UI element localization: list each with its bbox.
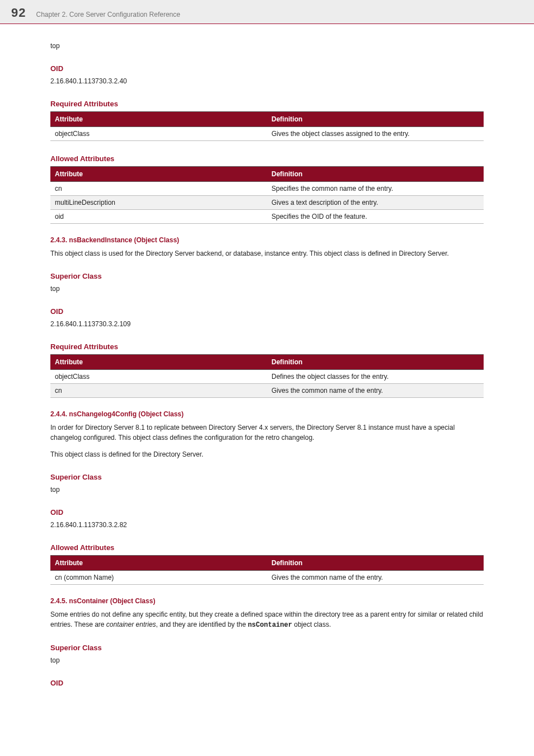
oid-value: 2.16.840.1.113730.3.2.82 [50, 520, 484, 530]
required-attributes-heading: Required Attributes [50, 100, 484, 108]
allowed-attributes-table: Attribute Definition cn Specifies the co… [50, 166, 484, 224]
def-cell: Specifies the common name of the entry. [267, 182, 484, 196]
oid-value: 2.16.840.1.113730.3.2.40 [50, 76, 484, 86]
def-cell: Defines the object classes for the entry… [267, 370, 484, 384]
col-attribute: Attribute [50, 167, 267, 182]
desc-post: object class. [292, 621, 331, 628]
attr-cell: cn (common Name) [50, 571, 267, 585]
col-definition: Definition [267, 556, 484, 571]
attr-cell: cn [50, 384, 267, 398]
oid-heading: OID [50, 679, 484, 687]
section-244-heading: 2.4.4. nsChangelog4Config (Object Class) [50, 410, 484, 418]
desc-em: container entries [106, 621, 156, 628]
table-row: objectClass Gives the object classes ass… [50, 127, 484, 141]
superior-class-heading: Superior Class [50, 473, 484, 481]
allowed-attributes-heading: Allowed Attributes [50, 154, 484, 163]
page-number: 92 [11, 6, 26, 20]
required-attributes-table: Attribute Definition objectClass Gives t… [50, 111, 484, 141]
col-attribute: Attribute [50, 355, 267, 370]
col-definition: Definition [267, 355, 484, 370]
def-cell: Gives the object classes assigned to the… [267, 127, 484, 141]
def-cell: Gives the common name of the entry. [267, 571, 484, 585]
page-content: top OID 2.16.840.1.113730.3.2.40 Require… [0, 24, 534, 713]
def-cell: Gives the common name of the entry. [267, 384, 484, 398]
table-row: multiLineDescription Gives a text descri… [50, 196, 484, 210]
superior-class-value: top [50, 655, 484, 665]
required-attributes-table-243: Attribute Definition objectClass Defines… [50, 354, 484, 398]
attr-cell: oid [50, 210, 267, 224]
table-row: cn Gives the common name of the entry. [50, 384, 484, 398]
col-attribute: Attribute [50, 112, 267, 127]
section-245-desc: Some entries do not define any specific … [50, 609, 484, 630]
section-243-desc: This object class is used for the Direct… [50, 248, 484, 259]
superior-class-value: top [50, 284, 484, 294]
section-244-desc: In order for Directory Server 8.1 to rep… [50, 422, 484, 443]
required-attributes-heading: Required Attributes [50, 342, 484, 351]
superior-class-heading: Superior Class [50, 272, 484, 280]
section-243-heading: 2.4.3. nsBackendInstance (Object Class) [50, 236, 484, 244]
desc-mid: , and they are identified by the [156, 621, 248, 628]
section-245-heading: 2.4.5. nsContainer (Object Class) [50, 597, 484, 605]
attr-cell: objectClass [50, 370, 267, 384]
attr-cell: multiLineDescription [50, 196, 267, 210]
def-cell: Specifies the OID of the feature. [267, 210, 484, 224]
top-text: top [50, 41, 484, 51]
section-244-desc2: This object class is defined for the Dir… [50, 449, 484, 459]
oid-heading: OID [50, 508, 484, 516]
page-header: 92 Chapter 2. Core Server Configuration … [0, 0, 534, 24]
table-row: objectClass Defines the object classes f… [50, 370, 484, 384]
attr-cell: cn [50, 182, 267, 196]
desc-code: nsContainer [248, 621, 292, 629]
table-row: oid Specifies the OID of the feature. [50, 210, 484, 224]
col-definition: Definition [267, 167, 484, 182]
superior-class-value: top [50, 485, 484, 495]
allowed-attributes-table-244: Attribute Definition cn (common Name) Gi… [50, 555, 484, 585]
chapter-title: Chapter 2. Core Server Configuration Ref… [36, 11, 180, 18]
oid-heading: OID [50, 64, 484, 73]
table-row: cn Specifies the common name of the entr… [50, 182, 484, 196]
attr-cell: objectClass [50, 127, 267, 141]
allowed-attributes-heading: Allowed Attributes [50, 543, 484, 552]
oid-heading: OID [50, 307, 484, 316]
col-attribute: Attribute [50, 556, 267, 571]
superior-class-heading: Superior Class [50, 644, 484, 652]
table-row: cn (common Name) Gives the common name o… [50, 571, 484, 585]
def-cell: Gives a text description of the entry. [267, 196, 484, 210]
col-definition: Definition [267, 112, 484, 127]
oid-value: 2.16.840.1.113730.3.2.109 [50, 319, 484, 329]
